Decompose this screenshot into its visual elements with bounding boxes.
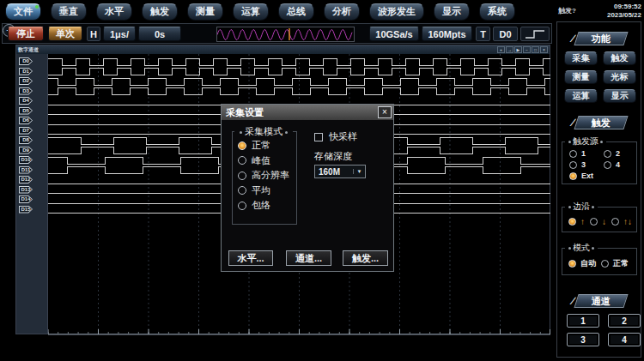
channel-section-header[interactable]: ∕ 通道 <box>557 293 641 308</box>
dropdown-arrow-icon: ▼ <box>353 169 365 174</box>
window-controls: +→▶−□× <box>497 46 548 53</box>
trigger-source-group: 触发源 1234Ext <box>562 135 637 184</box>
memory-depth-label: 存储深度 <box>314 150 352 163</box>
window-control-icon-1[interactable]: → <box>506 46 513 53</box>
window-control-icon-5[interactable]: × <box>540 46 548 53</box>
channel-button-2[interactable]: 2 <box>608 314 641 328</box>
close-icon[interactable]: × <box>378 106 392 118</box>
channel-button-1[interactable]: 1 <box>567 314 599 328</box>
trigger-t-button[interactable]: T <box>476 27 490 41</box>
timebase-button[interactable]: 1μs/ <box>103 27 136 41</box>
menu-item-0[interactable]: 文件 <box>5 3 41 21</box>
fast-sample-checkbox-row[interactable]: 快采样 <box>314 130 357 143</box>
window-control-icon-3[interactable]: − <box>523 46 531 53</box>
menu-item-1[interactable]: 垂直 <box>51 3 87 21</box>
sample-rate-readout[interactable]: 10GSa/s <box>369 27 419 41</box>
radio-icon[interactable] <box>238 156 246 165</box>
channel-button-3[interactable]: 3 <box>567 333 599 346</box>
radio-icon[interactable] <box>238 171 246 180</box>
trigger-mode-option-0[interactable]: 自动 <box>568 258 596 269</box>
dialog-footer-button-2[interactable]: 触发... <box>343 250 388 266</box>
radio-icon[interactable] <box>568 218 576 226</box>
trigger-header-label: 触发 <box>592 116 611 129</box>
trigger-source-option-Ext[interactable]: Ext <box>569 171 602 180</box>
trigger-mode-option-1[interactable]: 正常 <box>601 258 629 269</box>
radio-icon[interactable] <box>569 161 577 169</box>
memory-depth-readout[interactable]: 160Mpts <box>422 27 472 41</box>
edge-radios: ↑↓↑↓ <box>562 213 636 232</box>
radio-label: 2 <box>616 149 620 158</box>
radio-icon[interactable] <box>590 218 598 226</box>
trigger-source-option-3[interactable]: 3 <box>569 160 602 169</box>
trigger-source-option-1[interactable]: 1 <box>569 149 602 158</box>
edge-option-1[interactable]: ↓ <box>590 217 606 226</box>
clock: 09:59:52 2023/05/22 <box>607 3 641 20</box>
function-button-2[interactable]: 测量 <box>564 70 598 84</box>
trigger-section-header[interactable]: ∕ 触发 <box>557 115 641 129</box>
channel-button-4[interactable]: 4 <box>608 333 641 346</box>
radio-icon[interactable] <box>604 150 611 158</box>
channel-tag-label: D3 <box>20 88 32 94</box>
radio-icon[interactable] <box>568 260 576 268</box>
acq-mode-option-3[interactable]: 平均 <box>233 184 296 199</box>
function-button-1[interactable]: 触发 <box>603 51 636 65</box>
window-control-icon-2[interactable]: ▶ <box>514 46 522 53</box>
menu-item-8[interactable]: 波形发生 <box>369 3 424 21</box>
acq-mode-option-0[interactable]: 正常 <box>233 138 296 153</box>
channel-tag-label: D9 <box>20 147 32 153</box>
radio-label: 峰值 <box>252 154 270 167</box>
digital-window-titlebar[interactable]: 数字通道 +→▶−□× <box>16 45 550 54</box>
acq-mode-option-2[interactable]: 高分辨率 <box>233 168 296 184</box>
horizontal-button[interactable]: H <box>87 27 100 41</box>
function-button-4[interactable]: 运算 <box>564 89 598 103</box>
menu-item-9[interactable]: 显示 <box>434 3 470 21</box>
edge-option-0[interactable]: ↑ <box>568 217 585 226</box>
waveform-preview-strip[interactable] <box>216 27 355 42</box>
edge-option-2[interactable]: ↑↓ <box>611 217 632 226</box>
dialog-footer-button-1[interactable]: 通道... <box>286 250 331 266</box>
memory-depth-dropdown[interactable]: 160M ▼ <box>314 165 366 178</box>
channel-header-label: 通道 <box>592 294 611 307</box>
dialog-titlebar[interactable]: 采集设置 <box>222 105 393 120</box>
radio-icon[interactable] <box>238 202 246 210</box>
function-button-3[interactable]: 光标 <box>603 70 636 84</box>
radio-icon[interactable] <box>569 172 577 180</box>
dialog-footer-button-0[interactable]: 水平... <box>228 250 273 266</box>
menu-item-7[interactable]: 分析 <box>324 3 360 21</box>
menu-item-6[interactable]: 总线 <box>278 3 314 21</box>
stop-button[interactable]: 停止 <box>8 27 44 41</box>
radio-label: 正常 <box>613 258 629 269</box>
radio-icon[interactable] <box>601 260 609 268</box>
single-button[interactable]: 单次 <box>48 27 82 41</box>
menu-item-5[interactable]: 运算 <box>233 3 269 21</box>
function-button-0[interactable]: 采集 <box>564 51 598 65</box>
channel-tag-label: D0 <box>20 58 32 64</box>
radio-icon[interactable] <box>611 218 619 226</box>
dialog-footer-buttons: 水平...通道...触发... <box>222 250 393 266</box>
acquisition-mode-group: 采集模式 正常峰值高分辨率平均包络 <box>232 125 297 225</box>
channel-tag-label: D6 <box>20 117 32 123</box>
menu-item-3[interactable]: 触发 <box>142 3 178 21</box>
fast-sample-checkbox[interactable] <box>314 133 323 141</box>
trigger-source-radios: 1234Ext <box>562 147 636 184</box>
channel-tag-label: D7 <box>20 128 32 134</box>
radio-icon[interactable] <box>238 186 246 195</box>
rising-edge-icon[interactable] <box>520 27 550 41</box>
window-control-icon-0[interactable]: + <box>497 46 505 53</box>
radio-icon[interactable] <box>604 161 611 169</box>
menu-item-4[interactable]: 测量 <box>187 3 223 21</box>
trigger-source-option-2[interactable]: 2 <box>604 149 636 158</box>
trigger-source-option-4[interactable]: 4 <box>604 160 636 169</box>
radio-icon[interactable] <box>569 150 577 158</box>
horizontal-offset-button[interactable]: 0s <box>138 27 181 41</box>
acq-mode-option-4[interactable]: 包络 <box>233 198 296 214</box>
function-button-5[interactable]: 显示 <box>603 89 636 103</box>
menu-item-2[interactable]: 水平 <box>96 3 132 21</box>
acq-mode-option-1[interactable]: 峰值 <box>233 153 296 169</box>
menu-item-10[interactable]: 系统 <box>479 3 515 21</box>
radio-label: 包络 <box>252 199 270 212</box>
function-section-header[interactable]: ∕ 功能 <box>557 31 641 45</box>
radio-icon[interactable] <box>238 141 246 150</box>
window-control-icon-4[interactable]: □ <box>532 46 539 53</box>
trigger-source-button[interactable]: D0 <box>493 27 518 41</box>
